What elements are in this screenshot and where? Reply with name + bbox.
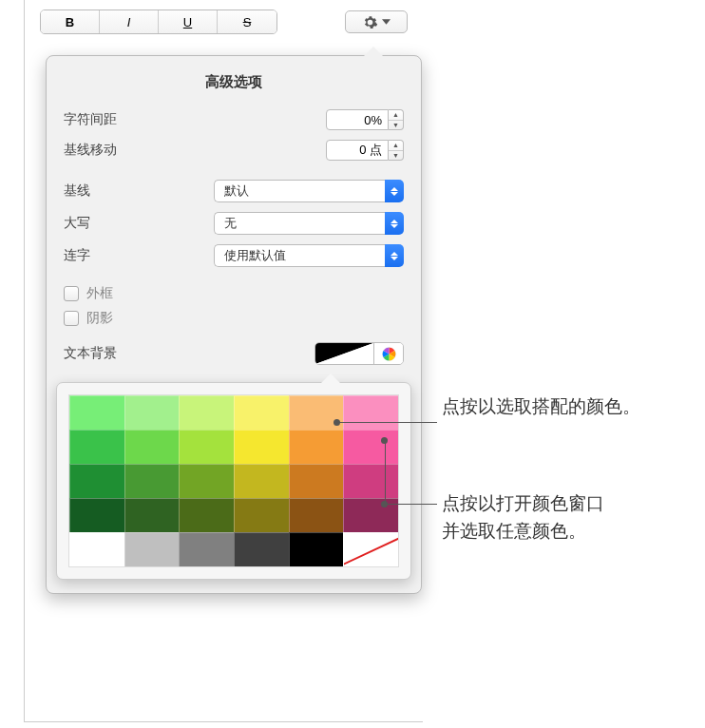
color-swatch[interactable] bbox=[179, 430, 234, 464]
callout-leader bbox=[385, 440, 386, 504]
ligatures-label: 连字 bbox=[64, 247, 214, 264]
char-spacing-stepper-buttons[interactable]: ▲ ▼ bbox=[389, 109, 404, 130]
caps-select[interactable]: 无 bbox=[214, 212, 404, 235]
color-swatch[interactable] bbox=[124, 498, 180, 532]
baseline-select[interactable]: 默认 bbox=[214, 180, 404, 202]
char-spacing-label: 字符间距 bbox=[64, 111, 326, 128]
chevron-down-icon bbox=[382, 19, 391, 25]
select-arrows-icon bbox=[385, 244, 404, 267]
color-swatch-well[interactable] bbox=[315, 343, 374, 364]
color-swatches-grid bbox=[68, 394, 399, 567]
color-swatch[interactable] bbox=[234, 498, 289, 532]
char-spacing-stepper: ▲ ▼ bbox=[326, 109, 404, 130]
color-swatch[interactable] bbox=[234, 395, 289, 430]
color-swatch[interactable] bbox=[124, 532, 180, 566]
italic-button[interactable]: I bbox=[100, 10, 159, 33]
color-swatch[interactable] bbox=[289, 532, 344, 566]
color-swatches-popover bbox=[56, 382, 411, 580]
color-swatch[interactable] bbox=[179, 532, 234, 566]
color-swatch[interactable] bbox=[69, 430, 124, 464]
baseline-label: 基线 bbox=[64, 182, 214, 200]
color-swatch[interactable] bbox=[234, 430, 289, 464]
shadow-label: 阴影 bbox=[86, 310, 113, 327]
color-swatch[interactable] bbox=[124, 430, 180, 464]
callout-color-picker: 点按以打开颜色窗口 并选取任意颜色。 bbox=[442, 490, 604, 545]
color-swatch[interactable] bbox=[343, 395, 398, 430]
stepper-down-icon[interactable]: ▼ bbox=[389, 121, 403, 130]
color-swatch[interactable] bbox=[124, 464, 180, 498]
color-swatch[interactable] bbox=[179, 395, 234, 430]
gear-icon bbox=[362, 14, 378, 30]
baseline-shift-input[interactable] bbox=[326, 140, 389, 161]
baseline-shift-stepper-buttons[interactable]: ▲ ▼ bbox=[389, 140, 404, 161]
color-swatch[interactable] bbox=[289, 498, 344, 532]
color-swatch[interactable] bbox=[69, 464, 124, 498]
color-swatch[interactable] bbox=[179, 498, 234, 532]
outline-checkbox[interactable] bbox=[64, 286, 79, 301]
text-style-group: B I U S bbox=[40, 10, 277, 34]
stepper-up-icon[interactable]: ▲ bbox=[389, 141, 403, 151]
color-swatch[interactable] bbox=[124, 395, 180, 430]
color-swatch[interactable] bbox=[343, 464, 398, 498]
color-wheel-icon bbox=[381, 346, 397, 362]
callout-swatch: 点按以选取搭配的颜色。 bbox=[442, 393, 640, 421]
advanced-options-button[interactable] bbox=[345, 10, 408, 33]
baseline-shift-stepper: ▲ ▼ bbox=[326, 140, 404, 161]
select-arrows-icon bbox=[385, 212, 404, 235]
stepper-down-icon[interactable]: ▼ bbox=[389, 151, 403, 161]
char-spacing-input[interactable] bbox=[326, 109, 389, 130]
callout-leader bbox=[385, 504, 437, 505]
color-swatch[interactable] bbox=[69, 532, 124, 566]
color-swatch[interactable] bbox=[69, 395, 124, 430]
no-color-swatch[interactable] bbox=[343, 532, 398, 566]
advanced-options-popover: 高级选项 字符间距 ▲ ▼ 基线移动 ▲ ▼ 基线 bbox=[46, 55, 422, 594]
baseline-shift-label: 基线移动 bbox=[64, 142, 326, 159]
color-swatch[interactable] bbox=[289, 464, 344, 498]
color-picker-button[interactable] bbox=[374, 343, 403, 364]
text-background-color-controls bbox=[314, 342, 404, 365]
shadow-checkbox[interactable] bbox=[64, 311, 79, 326]
color-swatch[interactable] bbox=[289, 430, 344, 464]
color-swatch[interactable] bbox=[69, 498, 124, 532]
color-swatch[interactable] bbox=[234, 532, 289, 566]
color-swatch[interactable] bbox=[234, 464, 289, 498]
select-arrows-icon bbox=[385, 180, 404, 202]
format-toolbar: B I U S bbox=[25, 0, 423, 42]
popover-title: 高级选项 bbox=[47, 56, 421, 105]
caps-label: 大写 bbox=[64, 215, 214, 232]
stepper-up-icon[interactable]: ▲ bbox=[389, 110, 403, 121]
color-swatch[interactable] bbox=[343, 430, 398, 464]
strikethrough-button[interactable]: S bbox=[218, 10, 276, 33]
bold-button[interactable]: B bbox=[41, 10, 100, 33]
outline-label: 外框 bbox=[86, 285, 113, 302]
callout-leader bbox=[337, 422, 437, 423]
text-background-label: 文本背景 bbox=[64, 345, 314, 362]
underline-button[interactable]: U bbox=[159, 10, 218, 33]
ligatures-select[interactable]: 使用默认值 bbox=[214, 244, 404, 267]
color-swatch[interactable] bbox=[179, 464, 234, 498]
